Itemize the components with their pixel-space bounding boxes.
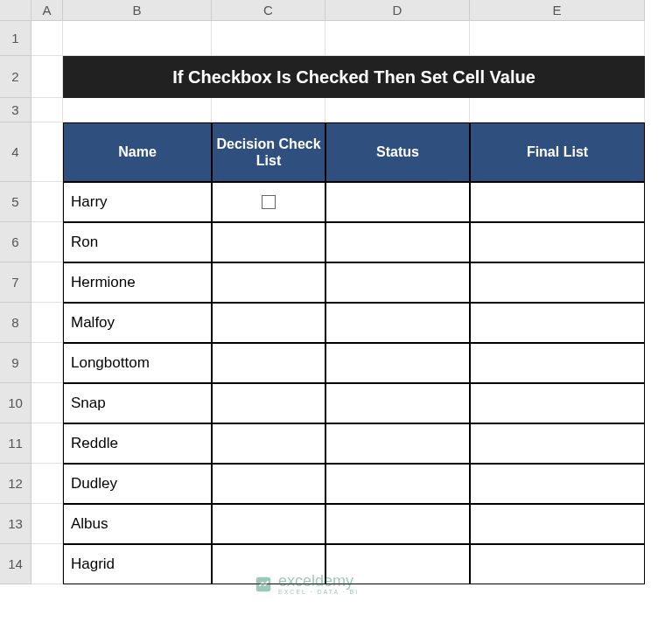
header-decision: Decision Check List (212, 122, 326, 182)
cell-A5[interactable] (32, 182, 63, 222)
final-cell[interactable] (470, 544, 645, 584)
cell-A7[interactable] (32, 262, 63, 303)
final-cell[interactable] (470, 262, 645, 303)
status-cell[interactable] (326, 504, 470, 544)
row-header-11[interactable]: 11 (0, 423, 32, 464)
checkbox-control[interactable] (262, 195, 276, 209)
cell-A10[interactable] (32, 383, 63, 423)
header-status: Status (326, 122, 470, 182)
name-cell[interactable]: Malfoy (63, 303, 212, 343)
cell-B1[interactable] (63, 21, 212, 56)
cell-C1[interactable] (212, 21, 326, 56)
cell-A3[interactable] (32, 98, 63, 122)
final-cell[interactable] (470, 343, 645, 383)
col-header-B[interactable]: B (63, 0, 212, 21)
name-cell[interactable]: Ron (63, 222, 212, 262)
name-cell[interactable]: Longbottom (63, 343, 212, 383)
col-header-D[interactable]: D (326, 0, 470, 21)
decision-cell[interactable] (212, 544, 326, 584)
status-cell[interactable] (326, 222, 470, 262)
cell-D3[interactable] (326, 98, 470, 122)
cell-A9[interactable] (32, 343, 63, 383)
final-cell[interactable] (470, 423, 645, 464)
final-cell[interactable] (470, 222, 645, 262)
status-cell[interactable] (326, 464, 470, 504)
decision-cell[interactable] (212, 182, 326, 222)
watermark-sub: EXCEL · DATA · BI (278, 589, 359, 595)
cell-A14[interactable] (32, 544, 63, 584)
status-cell[interactable] (326, 303, 470, 343)
name-cell[interactable]: Hermione (63, 262, 212, 303)
header-final: Final List (470, 122, 645, 182)
cell-A11[interactable] (32, 423, 63, 464)
row-header-9[interactable]: 9 (0, 343, 32, 383)
decision-cell[interactable] (212, 343, 326, 383)
cell-A1[interactable] (32, 21, 63, 56)
cell-A6[interactable] (32, 222, 63, 262)
status-cell[interactable] (326, 423, 470, 464)
status-cell[interactable] (326, 544, 470, 584)
decision-cell[interactable] (212, 222, 326, 262)
row-header-8[interactable]: 8 (0, 303, 32, 343)
decision-cell[interactable] (212, 464, 326, 504)
final-cell[interactable] (470, 504, 645, 544)
col-header-A[interactable]: A (32, 0, 63, 21)
final-cell[interactable] (470, 383, 645, 423)
spreadsheet-grid: ABCDE12If Checkbox Is Checked Then Set C… (0, 0, 672, 584)
decision-cell[interactable] (212, 383, 326, 423)
status-cell[interactable] (326, 262, 470, 303)
cell-D1[interactable] (326, 21, 470, 56)
row-header-7[interactable]: 7 (0, 262, 32, 303)
row-header-14[interactable]: 14 (0, 544, 32, 584)
cell-A13[interactable] (32, 504, 63, 544)
cell-C3[interactable] (212, 98, 326, 122)
cell-A8[interactable] (32, 303, 63, 343)
cell-A2[interactable] (32, 56, 63, 98)
name-cell[interactable]: Dudley (63, 464, 212, 504)
name-cell[interactable]: Snap (63, 383, 212, 423)
final-cell[interactable] (470, 464, 645, 504)
cell-E3[interactable] (470, 98, 645, 122)
final-cell[interactable] (470, 182, 645, 222)
row-header-4[interactable]: 4 (0, 122, 32, 182)
row-header-3[interactable]: 3 (0, 98, 32, 122)
row-header-10[interactable]: 10 (0, 383, 32, 423)
header-name: Name (63, 122, 212, 182)
col-header-E[interactable]: E (470, 0, 645, 21)
row-header-5[interactable]: 5 (0, 182, 32, 222)
row-header-6[interactable]: 6 (0, 222, 32, 262)
cell-A4[interactable] (32, 122, 63, 182)
cell-B3[interactable] (63, 98, 212, 122)
cell-E1[interactable] (470, 21, 645, 56)
row-header-13[interactable]: 13 (0, 504, 32, 544)
title-bar: If Checkbox Is Checked Then Set Cell Val… (63, 56, 645, 98)
name-cell[interactable]: Albus (63, 504, 212, 544)
select-all-corner[interactable] (0, 0, 32, 21)
name-cell[interactable]: Harry (63, 182, 212, 222)
row-header-2[interactable]: 2 (0, 56, 32, 98)
name-cell[interactable]: Reddle (63, 423, 212, 464)
status-cell[interactable] (326, 182, 470, 222)
decision-cell[interactable] (212, 262, 326, 303)
col-header-C[interactable]: C (212, 0, 326, 21)
row-header-1[interactable]: 1 (0, 21, 32, 56)
cell-A12[interactable] (32, 464, 63, 504)
row-header-12[interactable]: 12 (0, 464, 32, 504)
decision-cell[interactable] (212, 303, 326, 343)
name-cell[interactable]: Hagrid (63, 544, 212, 584)
decision-cell[interactable] (212, 423, 326, 464)
final-cell[interactable] (470, 303, 645, 343)
status-cell[interactable] (326, 383, 470, 423)
decision-cell[interactable] (212, 504, 326, 544)
status-cell[interactable] (326, 343, 470, 383)
